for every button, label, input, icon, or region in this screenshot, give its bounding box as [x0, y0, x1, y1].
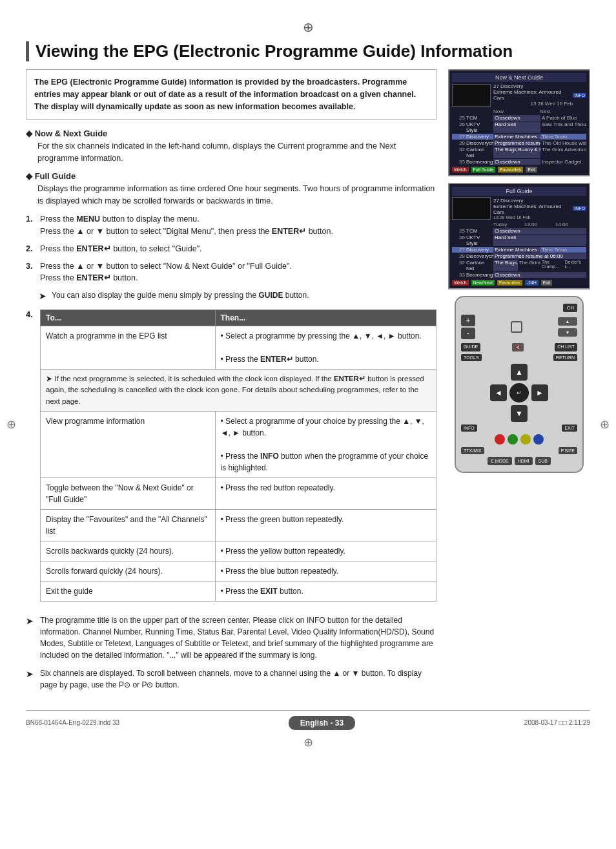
epg-channel-row: 26UKTV StyleHard Sell: [452, 235, 586, 246]
page-title: Viewing the EPG (Electronic Programme Gu…: [26, 41, 590, 61]
table-row: Watch a programme in the EPG list • Sele…: [41, 326, 436, 370]
epg-now-next-prog: Extreme Machines: Armoured Cars: [493, 89, 573, 101]
remote-red-btn[interactable]: [495, 434, 505, 445]
table-cell-watch: Watch a programme in the EPG list: [41, 326, 216, 370]
remote-display-icon: [511, 321, 522, 333]
table-note-cell: ➤ If the next programme is selected, it …: [41, 370, 436, 412]
epg-full-col-today: Today: [493, 222, 523, 227]
remote-color-buttons: [461, 434, 577, 445]
page-footer: BN68-01464A-Eng-0229.indd 33 English - 3…: [26, 710, 590, 730]
remote-side-btn-2[interactable]: ▼: [558, 328, 577, 337]
remote-blue-btn[interactable]: [533, 434, 544, 445]
table-row-note1: ➤ If the next programme is selected, it …: [41, 370, 436, 412]
step-3: 3. Press the ▲ or ▼ button to select "No…: [26, 260, 436, 285]
remote-minus-btn[interactable]: -: [461, 328, 475, 339]
epg-now-next-info: 27 Discovery Extreme Machines: Armoured …: [493, 83, 573, 107]
epg-channel-row: 26UKTV StyleHard SellSaw This and Though…: [452, 121, 586, 133]
table-cell-favs-then: • Press the green button repeatedly.: [215, 509, 436, 541]
remote-exit-btn[interactable]: EXIT: [562, 424, 577, 432]
table-header-then: Then...: [215, 310, 436, 326]
footer-left-text: BN68-01464A-Eng-0229.indd 33: [26, 719, 119, 726]
table-row-favs: Display the "Favourites" and the "All Ch…: [41, 509, 436, 541]
epg-full-info: 27 Discovery Extreme Machines: Armoured …: [493, 198, 573, 220]
step-2-content: Press the ENTER↵ button, to select "Guid…: [40, 243, 436, 255]
epg-channel-row: 33BoomerangClosedown: [452, 272, 586, 278]
remote-return-btn[interactable]: RETURN: [553, 354, 577, 361]
remote-chlist-btn[interactable]: CH LIST: [555, 343, 577, 351]
remote-control: CH + - ▲ ▼: [455, 296, 584, 473]
table-cell-watch-then: • Select a programme by pressing the ▲, …: [215, 326, 436, 370]
bottom-note-2-arrow: ➤: [26, 667, 36, 691]
epg-full-exit-btn[interactable]: Exit: [541, 280, 553, 286]
remote-hdmi-btn[interactable]: HDMI: [515, 457, 533, 465]
table-cell-exit-then: • Press the EXIT button.: [215, 581, 436, 601]
bottom-note-2-text: Six channels are displayed. To scroll be…: [40, 667, 436, 691]
bullet-full-guide-body: Displays the programme information as ti…: [37, 183, 436, 207]
remote-yellow-btn[interactable]: [520, 434, 531, 445]
epg-channel-row: 25TCMClosedown: [452, 228, 586, 234]
table-header-to: To...: [41, 310, 216, 326]
table-cell-viewinfo: View programme information: [41, 411, 216, 477]
remote-sub-btn[interactable]: SUB: [535, 457, 551, 465]
remote-nav-cluster: ▲ ▼ ◄ ► ↵: [490, 364, 548, 422]
table-cell-scroll-fwd-then: • Press the blue button repeatedly.: [215, 561, 436, 581]
epg-full-thumb: [452, 197, 491, 220]
remote-side-icon: [507, 321, 526, 333]
epg-full-watch-btn[interactable]: Watch: [452, 280, 469, 286]
step-1-content: Press the MENU button to display the men…: [40, 213, 436, 238]
left-column: The EPG (Electronic Programme Guide) inf…: [26, 69, 436, 697]
table-cell-exit: Exit the guide: [41, 581, 216, 601]
epg-full-newnext-btn[interactable]: New/Next: [471, 280, 495, 286]
epg-channel-row: 27DiscoveryExtreme Machines: Ar...Time T…: [452, 134, 586, 140]
remote-nav-right[interactable]: ►: [531, 384, 548, 401]
epg-channel-row: 28Discoverych.Programmes resume at 06:00: [452, 253, 586, 259]
remote-green-btn[interactable]: [508, 434, 518, 445]
remote-nav-left[interactable]: ◄: [490, 384, 507, 401]
epg-full-info-badge: INFO: [573, 206, 586, 211]
epg-full-title: Full Guide: [452, 187, 586, 196]
epg-fullguide-btn[interactable]: Full Guide: [471, 167, 496, 173]
remote-mid-row: + - ▲ ▼: [461, 315, 577, 339]
epg-channel-row: 28Discoverych.Programmes resume at...Thi…: [452, 140, 586, 146]
epg-channel-row: 33BoomerangClosedownInspector Gadget.: [452, 159, 586, 165]
remote-top-area: CH: [461, 304, 577, 312]
remote-emode-btn[interactable]: E.MODE: [488, 457, 512, 465]
table-row-scroll-fwd: Scrolls forward quickly (24 hours). • Pr…: [41, 561, 436, 581]
remote-info-btn[interactable]: INFO: [461, 424, 477, 432]
table-cell-scroll-back-then: • Press the yellow button repeatedly.: [215, 541, 436, 561]
remote-side-btns: ▲ ▼: [558, 317, 577, 337]
remote-guide-btn[interactable]: GUIDE: [461, 343, 480, 351]
remote-psize-btn[interactable]: P.SIZE: [559, 447, 577, 454]
epg-col-headers: Now Next: [492, 108, 586, 115]
step-1-num: 1.: [26, 213, 36, 238]
epg-info-badge: INFO: [573, 93, 586, 98]
remote-nav-enter[interactable]: ↵: [509, 383, 529, 403]
remote-mute-btn[interactable]: 🔇: [512, 343, 524, 351]
epg-col-next-label: Next: [540, 109, 585, 114]
remote-nav-up[interactable]: ▲: [511, 364, 528, 381]
step-4-num: 4.: [26, 309, 36, 608]
bottom-note-1: ➤ The programme title is on the upper pa…: [26, 614, 436, 661]
bullet-now-next-title: Now & Next Guide: [26, 129, 436, 138]
epg-now-next-top-row: 27 Discovery Extreme Machines: Armoured …: [452, 83, 586, 107]
remote-ch-badge: CH: [563, 304, 577, 312]
table-cell-scroll-fwd: Scrolls forward quickly (24 hours).: [41, 561, 216, 581]
table-cell-favs: Display the "Favourites" and the "All Ch…: [41, 509, 216, 541]
remote-tools-btn[interactable]: TOOLS: [461, 354, 482, 361]
epg-favs-btn[interactable]: Favourites: [498, 167, 523, 173]
remote-spacer2: [513, 424, 526, 432]
table-row-viewinfo: View programme information • Select a pr…: [41, 411, 436, 477]
remote-nav-down[interactable]: ▼: [511, 405, 528, 422]
epg-full-favs-btn[interactable]: Favourites: [497, 280, 522, 286]
remote-plus-btn[interactable]: +: [461, 315, 475, 326]
compass-bottom-icon: ⊕: [26, 735, 590, 749]
epg-full-col-headers: Today 13:00 14:00: [492, 221, 586, 228]
epg-now-next-screenshot: Now & Next Guide 27 Discovery Extreme Ma…: [448, 69, 590, 176]
epg-full-24h-btn[interactable]: -24H: [525, 280, 539, 286]
epg-watch-btn[interactable]: Watch: [452, 167, 469, 173]
remote-ttx-btn[interactable]: TTX/MIX: [461, 447, 484, 454]
epg-exit-btn[interactable]: Exit: [526, 167, 537, 173]
remote-side-btn-1[interactable]: ▲: [558, 317, 577, 326]
right-column: Now & Next Guide 27 Discovery Extreme Ma…: [448, 69, 590, 697]
compass-right-icon: ⊕: [600, 417, 610, 432]
